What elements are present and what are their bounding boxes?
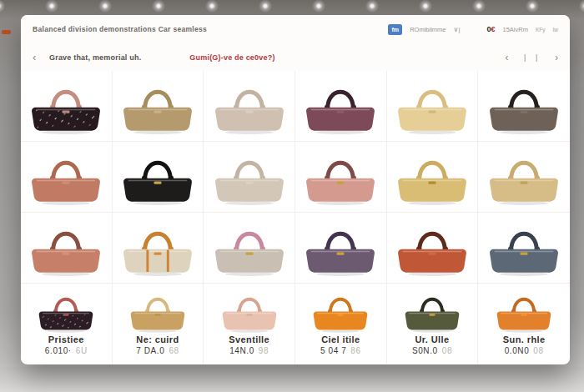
handbag-image: [299, 74, 382, 138]
product-card[interactable]: Ne: cuird 7 DA.068: [113, 284, 204, 364]
product-card[interactable]: Ciel itile 5 04 786: [295, 284, 387, 364]
price-value: 14N.0: [229, 346, 254, 355]
handbag-image: [116, 216, 199, 279]
product-card[interactable]: Sventille 14N.098: [204, 284, 295, 364]
handbag-image: [24, 145, 108, 209]
handbag-image: [489, 285, 559, 335]
product-card[interactable]: [204, 213, 295, 284]
product-grid: Pristiee 6.010·6U Ne: cuird 7 DA.068: [21, 71, 570, 364]
handbag-image: [390, 74, 474, 138]
sold-count: 6U: [76, 346, 88, 355]
product-card[interactable]: Sun. rhle 0.0N008: [478, 284, 570, 364]
handbag-image: [482, 216, 566, 279]
handbag-image: [299, 216, 382, 279]
handbag-image: [482, 145, 566, 209]
product-name: Pristiee: [48, 334, 84, 344]
product-card[interactable]: [387, 213, 479, 284]
price-value: 5 04 7: [320, 346, 346, 355]
store-floor: [0, 367, 584, 392]
handbag-image: [214, 285, 284, 335]
product-card[interactable]: [295, 142, 387, 213]
price-value: 0.0N0: [505, 346, 530, 355]
title-bar-actions: fm ROmibilmme ∨| 0€ 15AivRm KFy Iw: [388, 24, 558, 35]
handbag-image: [24, 216, 108, 279]
price-value: S0N.0: [412, 346, 438, 355]
product-price: 0.0N008: [505, 346, 544, 355]
product-card[interactable]: [478, 142, 570, 213]
product-card[interactable]: [204, 71, 295, 142]
promo-link[interactable]: Gumi(G)-ve de ce0ve?): [189, 53, 274, 62]
prev-page-icon[interactable]: ‹: [505, 52, 508, 63]
product-card[interactable]: [387, 142, 479, 213]
product-name: Sun. rhle: [503, 334, 546, 344]
price-value: 7 DA.0: [136, 346, 164, 355]
handbag-image: [305, 285, 375, 335]
sold-count: 68: [169, 346, 179, 355]
title-bar: Balanced division demonstrations Car sea…: [21, 15, 570, 43]
handbag-image: [390, 216, 474, 279]
handbag-image: [24, 74, 108, 138]
product-card[interactable]: [21, 142, 113, 213]
sold-count: 08: [533, 346, 543, 355]
product-name: Sventille: [229, 334, 269, 344]
product-card[interactable]: [113, 213, 204, 284]
nav-bar: ‹ Grave that, memorial uh. Gumi(G)-ve de…: [21, 43, 570, 71]
handbag-image: [208, 216, 291, 279]
wall-accent-decoration: [2, 30, 11, 34]
brand-badge-icon[interactable]: fm: [388, 24, 402, 35]
handbag-image: [397, 285, 467, 335]
product-card[interactable]: [387, 71, 479, 142]
app-window: Balanced division demonstrations Car sea…: [21, 15, 570, 364]
account-label[interactable]: ROmibilmme: [410, 26, 446, 33]
product-card[interactable]: [113, 142, 204, 213]
product-card[interactable]: [295, 71, 387, 142]
product-card[interactable]: [21, 71, 113, 142]
product-name: Ne: cuird: [136, 334, 179, 344]
handbag-image: [299, 145, 382, 209]
product-card[interactable]: [113, 71, 204, 142]
product-price: 5 04 786: [320, 346, 361, 355]
product-price: 6.010·6U: [45, 346, 88, 355]
handbag-image: [482, 74, 566, 138]
handbag-image: [31, 285, 101, 335]
product-card[interactable]: Pristiee 6.010·6U: [21, 284, 113, 364]
handbag-image: [123, 285, 193, 335]
product-card[interactable]: Ur. Ulle S0N.008: [387, 284, 479, 364]
product-card[interactable]: [204, 142, 295, 213]
pause-icon[interactable]: ❘ ❘: [521, 53, 541, 62]
product-name: Ciel itile: [321, 334, 360, 344]
currency-symbol: €: [491, 25, 495, 33]
product-name: Ur. Ulle: [415, 334, 449, 344]
store-background: Balanced division demonstrations Car sea…: [0, 0, 584, 392]
pagination-controls: ‹ ❘ ❘ ›: [505, 52, 558, 63]
product-price: 7 DA.068: [136, 346, 179, 355]
product-price: 14N.098: [229, 346, 269, 355]
handbag-image: [390, 145, 474, 209]
account-stat[interactable]: 15AivRm: [503, 26, 528, 33]
next-page-icon[interactable]: ›: [555, 52, 558, 63]
handbag-image: [208, 74, 291, 138]
product-card[interactable]: [21, 213, 113, 284]
product-card[interactable]: [478, 213, 570, 284]
product-card[interactable]: [295, 213, 387, 284]
chevron-down-icon[interactable]: ∨|: [454, 26, 461, 33]
ceiling-lights: [0, 0, 584, 15]
menu-item-b[interactable]: Iw: [553, 27, 559, 33]
back-chevron-icon[interactable]: ‹: [33, 51, 49, 63]
window-title: Balanced division demonstrations Car sea…: [33, 25, 207, 33]
sold-count: 86: [350, 346, 360, 355]
price-value: 6.010·: [45, 346, 72, 355]
category-title: Grave that, memorial uh.: [49, 53, 141, 62]
sold-count: 08: [442, 346, 452, 355]
product-price: S0N.008: [412, 346, 452, 355]
handbag-image: [116, 74, 199, 138]
menu-item-a[interactable]: KFy: [536, 27, 546, 33]
product-card[interactable]: [478, 71, 570, 142]
sold-count: 98: [259, 346, 269, 355]
handbag-image: [208, 145, 291, 209]
handbag-image: [116, 145, 199, 209]
cart-total[interactable]: 0€: [486, 25, 495, 33]
